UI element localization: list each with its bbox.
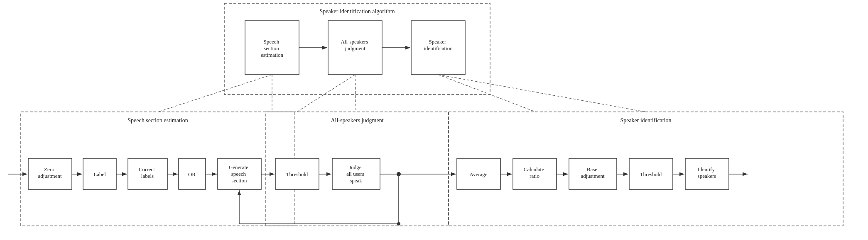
gen-speech-label: Generate speech section <box>229 164 250 184</box>
dashed-spkid-right <box>438 75 646 112</box>
top-all-speakers-label: All-speakers judgment <box>341 39 370 51</box>
dashed-allspk-right <box>355 75 356 112</box>
dashed-allspk-left <box>297 75 355 112</box>
top-speech-section-label: Speech section estimation <box>261 39 284 58</box>
label-label: Label <box>93 171 106 177</box>
speaker-id-algorithm-label: Speaker identification algorithm <box>319 8 395 15</box>
bottom-speaker-id-label: Speaker identification <box>620 117 671 124</box>
correct-labels-label: Correct labels <box>139 166 156 179</box>
junction-dot <box>397 172 401 176</box>
feedback-dot <box>397 222 400 225</box>
average-label: Average <box>469 171 487 177</box>
threshold2-label: Threshold <box>640 171 662 177</box>
bottom-speech-section-label: Speech section estimation <box>128 117 188 124</box>
bottom-all-speakers-label: All-speakers judgment <box>331 117 383 124</box>
threshold1-label: Threshold <box>286 171 308 177</box>
identify-speakers-label: Identify speakers <box>698 166 716 179</box>
dashed-spkid-left <box>438 75 536 112</box>
dashed-speech-left <box>158 75 272 112</box>
or-label: OR <box>188 171 196 177</box>
